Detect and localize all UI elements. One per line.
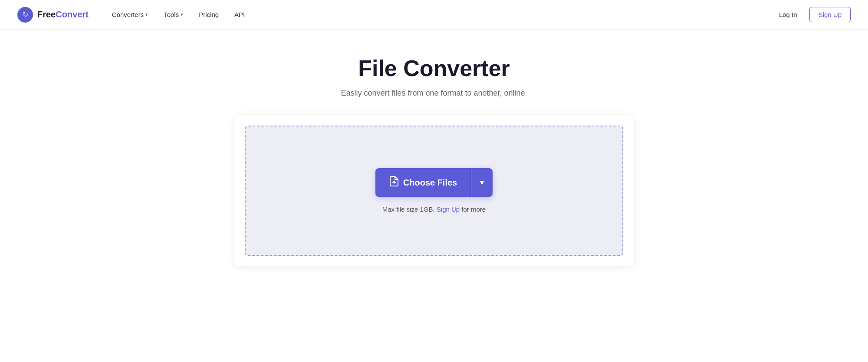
choose-files-dropdown-button[interactable]: ▾ [471,168,493,197]
file-upload-icon [389,176,399,189]
upload-card: Choose Files ▾ Max file size 1GB. Sign U… [234,115,634,266]
main-nav: Converters ▾ Tools ▾ Pricing API [106,7,251,22]
page-title: File Converter [358,56,510,82]
nav-item-api[interactable]: API [228,7,251,22]
nav-item-converters[interactable]: Converters ▾ [106,7,154,22]
logo-free: Free [37,10,56,19]
file-size-suffix: for more [461,206,486,213]
tools-chevron-icon: ▾ [181,12,183,17]
logo-text: FreeConvert [37,10,89,20]
file-size-info: Max file size 1GB. Sign Up for more [382,206,486,213]
logo-icon: ↻ [17,7,33,23]
signup-link[interactable]: Sign Up [437,206,462,213]
login-button[interactable]: Log In [774,7,802,22]
nav-item-tools[interactable]: Tools ▾ [158,7,189,22]
nav-item-pricing[interactable]: Pricing [193,7,225,22]
header: ↻ FreeConvert Converters ▾ Tools ▾ Prici… [0,0,868,30]
header-left: ↻ FreeConvert Converters ▾ Tools ▾ Prici… [17,7,251,23]
choose-files-button[interactable]: Choose Files [375,168,471,197]
choose-files-label: Choose Files [403,178,457,188]
logo[interactable]: ↻ FreeConvert [17,7,89,23]
converters-chevron-icon: ▾ [145,12,148,17]
signup-button[interactable]: Sign Up [809,7,851,22]
upload-dropzone[interactable]: Choose Files ▾ Max file size 1GB. Sign U… [245,126,623,256]
choose-files-wrapper: Choose Files ▾ [375,168,493,197]
dropdown-chevron-icon: ▾ [480,178,484,187]
header-right: Log In Sign Up [774,7,851,22]
page-subtitle: Easily convert files from one format to … [341,89,527,98]
logo-convert: Convert [56,10,89,19]
file-size-text: Max file size 1GB. [382,206,435,213]
main-content: File Converter Easily convert files from… [0,30,868,284]
